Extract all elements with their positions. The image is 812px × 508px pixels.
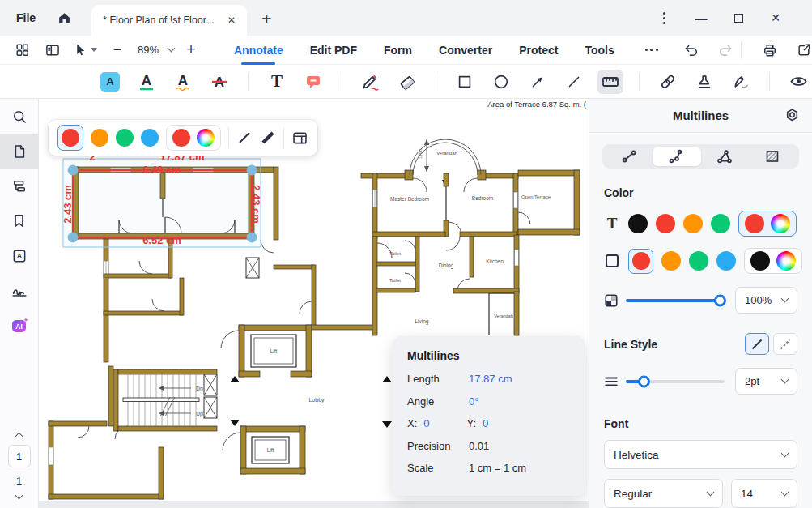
strikethrough-tool[interactable]: A [206,70,232,94]
text-color-green[interactable] [711,214,730,233]
grid-view-button[interactable] [11,39,32,62]
color-swatch-orange[interactable] [91,129,108,147]
text-color-orange[interactable] [683,214,703,233]
resize-handle[interactable] [247,165,257,176]
eraser-tool[interactable] [394,70,420,94]
pencil-icon [361,72,380,92]
text-tool[interactable]: T [264,70,290,94]
measure-tool[interactable] [597,70,623,94]
arrow-tool[interactable] [525,70,551,94]
squiggly-tool[interactable]: A [170,70,196,94]
color-wheel-icon[interactable] [776,251,796,271]
font-size-dropdown[interactable]: 14 [731,479,797,508]
tab-form[interactable]: Form [384,36,412,65]
signature-tool[interactable] [728,70,754,94]
more-tabs-icon[interactable] [645,49,659,52]
minimize-icon[interactable]: — [682,2,720,33]
bookmarks-button[interactable] [0,203,39,238]
underline-tool[interactable]: A [134,70,159,94]
text-color-red[interactable] [656,214,675,233]
multiline-tool-button[interactable] [653,147,700,166]
print-button[interactable] [759,39,780,62]
font-family-dropdown[interactable]: Helvetica [604,440,797,469]
thickness-dropdown[interactable]: 2pt [735,368,797,395]
color-swatch-blue[interactable] [141,129,159,147]
search-button[interactable] [0,99,39,134]
resize-handle[interactable] [68,233,79,243]
text-current-color[interactable] [745,214,764,233]
color-wheel-icon[interactable] [197,129,215,147]
font-style-dropdown[interactable]: Regular [604,479,723,508]
highlight-tool[interactable]: A [97,70,123,94]
maximize-icon[interactable] [720,2,757,33]
text-color-black[interactable] [628,214,648,233]
more-menu-icon[interactable] [645,2,682,33]
opacity-dropdown[interactable]: 100% [735,287,797,314]
measure-label-right: 2.43 cm [250,185,262,224]
signatures-button[interactable] [0,273,39,308]
area-tool-button[interactable] [749,147,797,166]
select-tool-button[interactable] [73,39,97,62]
document-tab[interactable]: * Floor Plan of !st Floor... ✕ [91,5,247,36]
gear-icon[interactable] [784,107,801,124]
panel-toggle-button[interactable] [42,39,63,62]
close-icon[interactable]: ✕ [757,2,794,33]
ellipse-tool[interactable] [488,70,514,94]
thin-line-button[interactable] [236,130,253,146]
annotations-button[interactable]: A [0,238,39,273]
thick-line-button[interactable] [260,130,276,146]
zoom-in-button[interactable]: + [181,39,202,62]
export-button[interactable] [793,39,812,62]
thickness-slider[interactable] [626,380,725,383]
custom-color-group[interactable] [166,125,221,151]
line-tool[interactable] [561,70,587,94]
opacity-slider-thumb[interactable] [714,294,726,306]
tab-protect[interactable]: Protect [519,36,558,65]
color-swatch-red-selected[interactable] [57,125,83,151]
stamp-tool[interactable] [691,70,717,94]
tab-tools[interactable]: Tools [585,36,614,65]
tab-annotate[interactable]: Annotate [234,36,283,65]
resize-handle[interactable] [247,233,257,243]
new-tab-button[interactable]: + [261,10,271,27]
border-color-blue[interactable] [716,251,736,271]
outline-button[interactable] [0,169,39,203]
page-number-input[interactable]: 1 [8,445,31,467]
chevron-up-icon[interactable] [15,433,23,441]
dashed-line-button[interactable] [773,333,797,355]
thumbnails-button[interactable] [0,134,39,169]
color-swatch-green[interactable] [116,129,134,147]
document-canvas[interactable]: .w{fill:#a5862f;stroke:#2e2e2e;stroke-wi… [39,99,589,508]
close-tab-icon[interactable]: ✕ [224,13,239,28]
file-menu[interactable]: File [16,11,36,24]
opacity-slider[interactable] [626,299,725,302]
thickness-slider-thumb[interactable] [638,375,650,387]
zoom-out-button[interactable]: − [107,39,128,62]
border-current-color[interactable] [750,251,770,271]
redo-button[interactable] [715,39,736,62]
pencil-tool[interactable] [358,70,384,94]
visibility-tool[interactable] [785,70,811,94]
polygon-tool-button[interactable] [701,147,749,166]
rectangle-tool[interactable] [452,70,478,94]
zoom-dropdown-chevron[interactable] [168,45,176,53]
border-color-orange[interactable] [661,251,681,271]
resize-handle[interactable] [68,165,79,176]
chevron-down-icon[interactable] [15,492,23,500]
panel-open-button[interactable] [291,130,308,147]
border-color-red-selected[interactable] [628,249,653,274]
border-custom-color-group[interactable] [744,248,802,274]
tab-edit-pdf[interactable]: Edit PDF [310,36,357,65]
comment-tool[interactable] [300,70,326,94]
home-button[interactable] [57,11,72,26]
solid-line-button[interactable] [745,333,769,355]
ai-assistant-button[interactable]: AI [0,308,39,343]
distance-tool-button[interactable] [605,147,653,166]
color-wheel-icon[interactable] [771,214,790,233]
text-custom-color-group[interactable] [738,211,797,237]
current-color-swatch[interactable] [172,129,190,147]
undo-button[interactable] [681,39,702,62]
link-tool[interactable] [655,70,681,94]
border-color-green[interactable] [689,251,708,271]
tab-converter[interactable]: Converter [439,36,492,65]
